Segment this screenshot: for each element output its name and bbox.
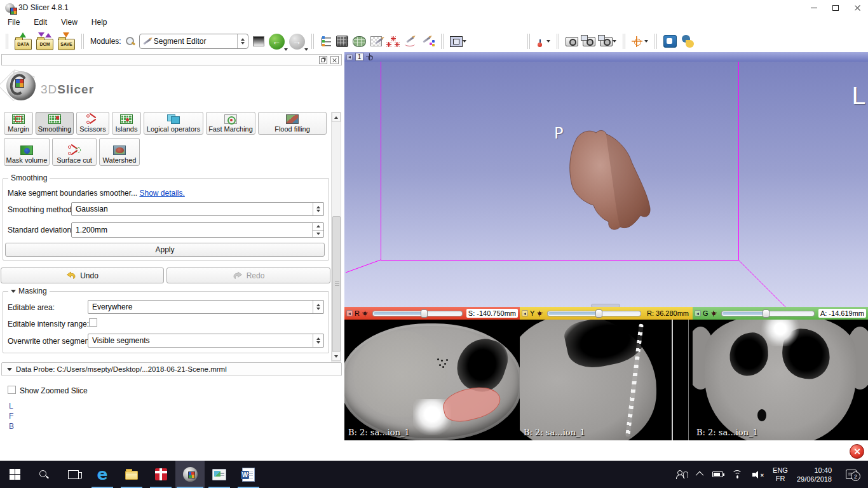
yellow-slice-controller-bar[interactable]: Y R: 36.280mm [520,307,693,320]
pin-icon[interactable] [695,310,701,316]
panel-undock-button[interactable] [319,56,327,64]
effect-islands-button[interactable]: Islands [112,112,141,135]
slider-handle[interactable] [595,309,602,318]
overwrite-combobox[interactable]: Visible segments [88,334,324,348]
scrollbar-thumb[interactable] [332,216,341,352]
slice-menu-icon[interactable] [362,310,369,317]
slice-offset-value[interactable]: S: -140.750mm [466,309,518,318]
masking-title[interactable]: Masking [8,287,50,295]
task-view-button[interactable] [58,461,88,488]
stddev-arrows[interactable] [312,223,323,237]
scene-view-capture-icon[interactable] [583,37,595,46]
slice-offset-slider[interactable] [547,311,641,316]
action-center-icon[interactable]: 2 [846,470,857,479]
maximize-button[interactable] [825,1,846,15]
effect-fast-marching-button[interactable]: Fast Marching [206,112,255,135]
threed-view-controller-bar[interactable]: 1 [344,52,868,62]
slice-offset-value[interactable]: R: 36.280mm [645,309,691,318]
transforms-module-icon[interactable] [370,36,382,46]
axial-slice-viewport[interactable]: B: 2: sa...ion_1 [344,320,520,440]
editor-module-icon[interactable] [422,36,435,46]
taskbar-file-explorer-button[interactable] [117,461,146,488]
menu-help[interactable]: Help [92,18,107,27]
wifi-icon[interactable] [732,470,743,478]
module-history-back-button[interactable]: ← [269,34,285,50]
module-spinner[interactable] [237,34,248,48]
menu-view[interactable]: View [61,18,78,27]
taskbar-slicer-button[interactable] [175,461,205,488]
editable-area-combobox[interactable]: Everywhere [88,300,324,314]
extensions-manager-icon[interactable] [663,35,677,48]
view-options-icon[interactable] [366,53,373,60]
close-button[interactable] [846,1,868,15]
effect-margin-button[interactable]: Margin [4,112,33,135]
screenshot-gradient-icon[interactable] [253,36,264,46]
taskbar-search-button[interactable] [29,461,58,488]
module-selector-combobox[interactable]: Segment Editor [139,34,248,49]
people-tray-icon[interactable] [676,470,689,479]
overlay-close-button[interactable] [850,444,864,459]
volume-rendering-icon[interactable] [336,36,348,47]
load-data-button[interactable]: DATA [15,39,32,50]
module-hierarchy-icon[interactable] [320,36,332,47]
red-slice-controller-bar[interactable]: R S: -140.750mm [344,307,520,320]
green-slice-controller-bar[interactable]: G A: -14.619mm [693,307,868,320]
intensity-range-checkbox[interactable] [89,318,97,327]
slider-handle[interactable] [763,309,770,318]
pin-icon[interactable] [346,310,353,316]
volume-muted-icon[interactable]: × [752,470,764,479]
taskbar-gift-app-button[interactable] [146,461,175,488]
mouse-mode-selector[interactable] [536,36,550,47]
layout-selector[interactable] [450,36,466,47]
scroll-down-button[interactable] [332,351,341,361]
show-zoomed-slice-checkbox[interactable] [8,386,16,394]
show-details-link[interactable]: Show details. [139,189,184,198]
taskbar-image-viewer-button[interactable] [205,461,234,488]
panel-close-button[interactable] [330,56,339,64]
pin-icon[interactable] [522,310,528,316]
data-probe-collapsible[interactable]: Data Probe: C:/Users/msepty/Desktop/...2… [1,362,342,376]
annotation-ruler-icon[interactable] [405,36,417,46]
effect-scissors-button[interactable]: Scissors [76,112,109,135]
crosshair-selector[interactable] [632,36,648,47]
markups-fiducial-icon[interactable] [386,36,400,47]
smoothing-method-combobox[interactable]: Gaussian [71,202,324,216]
method-spinner[interactable] [313,203,323,215]
python-console-icon[interactable] [681,35,695,48]
save-button[interactable]: SAVE [58,39,75,50]
effect-watershed-button[interactable]: Watershed [99,138,140,166]
load-dicom-button[interactable]: DCM [36,39,53,50]
area-spinner[interactable] [313,301,323,313]
undo-button[interactable]: Undo [1,268,164,283]
slice-offset-slider[interactable] [721,311,815,316]
models-module-icon[interactable] [353,36,366,47]
stddev-spinbox[interactable]: 1.200mm [71,222,324,238]
title-bar[interactable]: 3D Slicer 4.8.1 [0,0,868,15]
menu-file[interactable]: File [8,18,20,27]
apply-button[interactable]: Apply [5,243,325,257]
pin-icon[interactable] [346,54,353,60]
taskbar-edge-button[interactable]: e [88,461,117,488]
slice-offset-value[interactable]: A: -14.619mm [818,309,866,318]
threed-viewport[interactable]: P L [344,62,868,307]
slider-handle[interactable] [421,309,428,318]
tray-expand-icon[interactable] [696,471,704,480]
panel-scrollbar[interactable] [331,112,341,362]
scene-view-restore-selector[interactable] [600,37,616,46]
language-indicator[interactable]: ENGFR [773,466,788,483]
taskbar-word-button[interactable]: W [234,461,263,488]
start-button[interactable] [0,461,29,488]
slice-menu-icon[interactable] [710,310,717,317]
module-search-icon[interactable] [126,37,135,46]
effect-mask-volume-button[interactable]: Mask volume [4,138,50,166]
back-dropdown-caret[interactable] [284,48,288,51]
sagittal-slice-viewport[interactable]: B: 2: sa...ion_1 [520,320,693,440]
effect-surface-cut-button[interactable]: Surface cut [52,138,97,166]
screen-capture-icon[interactable] [566,37,578,46]
effect-logical-operators-button[interactable]: Logical operators [144,112,203,135]
battery-icon[interactable] [712,471,723,477]
overwrite-spinner[interactable] [313,334,323,347]
scroll-up-button[interactable] [332,112,341,122]
redo-button[interactable]: Redo [166,268,330,283]
forward-dropdown-caret[interactable] [304,48,308,51]
